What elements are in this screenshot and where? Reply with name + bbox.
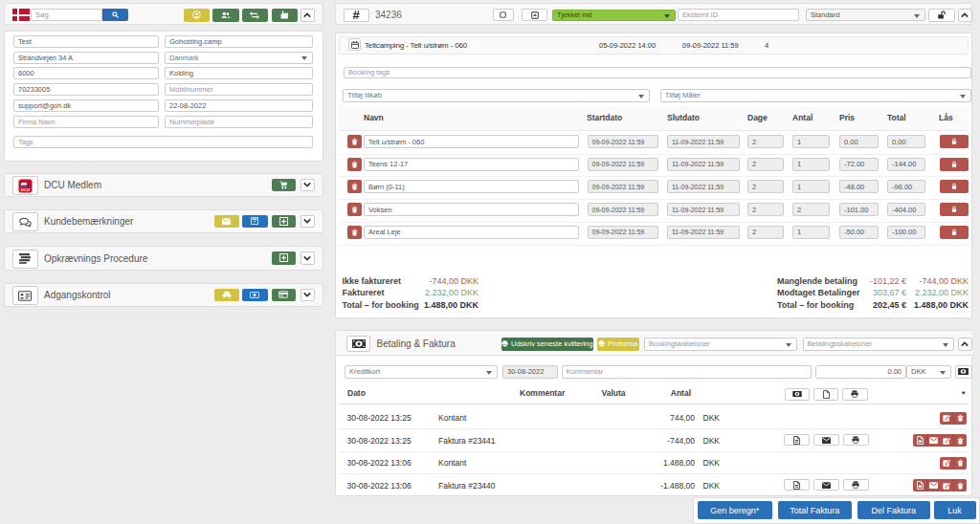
svg-text:DCU: DCU — [20, 186, 29, 191]
